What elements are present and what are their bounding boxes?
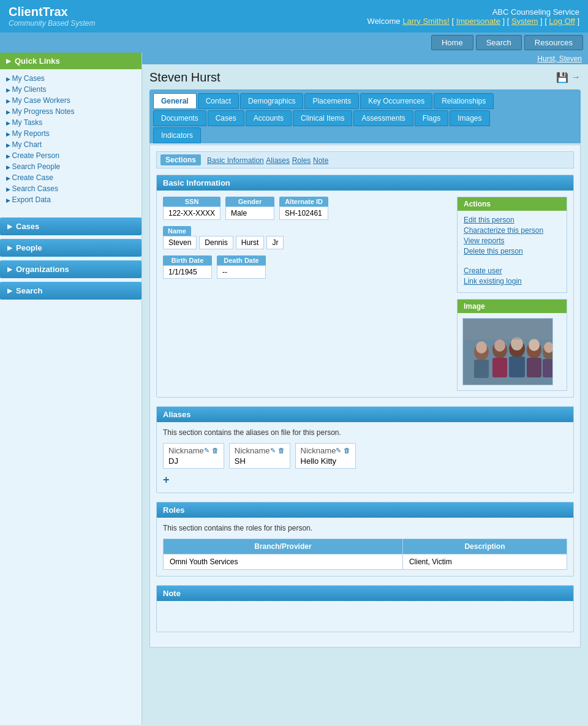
note-header: Note: [157, 586, 573, 601]
sidebar-nav-cases[interactable]: Cases: [0, 217, 141, 235]
quick-link-my-progress-notes[interactable]: My Progress Notes: [6, 106, 135, 117]
main-panel: Sections Basic Information Aliases Roles…: [149, 145, 581, 648]
logout-link[interactable]: Log Off: [549, 17, 575, 26]
svg-point-4: [476, 341, 487, 354]
tab-flags[interactable]: Flags: [415, 110, 448, 126]
alias-add-button[interactable]: +: [163, 474, 567, 486]
birth-date-value: 1/1/1945: [163, 265, 212, 279]
app-subtitle: Community Based System: [9, 19, 95, 28]
action-link-3[interactable]: Delete this person: [464, 247, 560, 255]
svg-rect-17: [463, 318, 552, 339]
birth-date-label: Birth Date: [163, 255, 212, 265]
alias-type-0: Nickname: [168, 446, 204, 455]
search-button[interactable]: Search: [476, 35, 522, 50]
actions-header: Actions: [458, 197, 567, 211]
tab-clinical-items[interactable]: Clinical Items: [293, 110, 352, 126]
tab-key-occurrences[interactable]: Key Occurrences: [360, 93, 432, 109]
breadcrumb-link[interactable]: Hurst, Steven: [537, 55, 582, 63]
quick-link-my-case-workers[interactable]: My Case Workers: [6, 95, 135, 106]
tab-cases[interactable]: Cases: [208, 110, 244, 126]
basic-info-right: Actions Edit this personCharacterize thi…: [457, 197, 567, 391]
tab-assessments[interactable]: Assessments: [353, 110, 413, 126]
image-box: Image: [457, 299, 567, 391]
roles-branch-0: Omni Youth Services: [164, 554, 403, 570]
svg-point-13: [529, 339, 540, 351]
sidebar: Quick Links My CasesMy ClientsMy Case Wo…: [0, 53, 142, 725]
sidebar-nav-search[interactable]: Search: [0, 282, 141, 300]
save-icon[interactable]: 💾: [556, 72, 568, 83]
name-fields: Steven Dennis Hurst Jr: [163, 236, 445, 249]
name-section-label: Name: [163, 226, 191, 236]
quick-link-create-case[interactable]: Create Case: [6, 172, 135, 183]
alternate-id-value: SH-102461: [279, 206, 328, 220]
quick-link-create-person[interactable]: Create Person: [6, 150, 135, 161]
action-link-4[interactable]: Create user: [464, 267, 560, 275]
aliases-content: This section contains the aliases on fil…: [157, 422, 573, 493]
suffix-value: Jr: [266, 236, 284, 249]
sections-bar: Sections Basic Information Aliases Roles…: [156, 151, 574, 168]
content-area: Hurst, Steven Steven Hurst 💾 → GeneralCo…: [142, 53, 588, 725]
client-name: Steven Hurst: [149, 70, 221, 85]
quick-link-my-clients[interactable]: My Clients: [6, 84, 135, 95]
sidebar-nav-people[interactable]: People: [0, 239, 141, 257]
ssn-value: 122-XX-XXXX: [163, 206, 221, 220]
section-link-note[interactable]: Note: [313, 156, 328, 165]
arrow-icon[interactable]: →: [571, 72, 581, 83]
tab-demographics[interactable]: Demographics: [240, 93, 303, 109]
quick-link-my-tasks[interactable]: My Tasks: [6, 117, 135, 128]
alias-delete-icon-2[interactable]: 🗑: [344, 447, 350, 455]
alias-edit-icon-0[interactable]: ✎: [204, 447, 209, 455]
home-button[interactable]: Home: [431, 35, 473, 50]
id-fields-row: SSN 122-XX-XXXX Gender Male Alternate ID…: [163, 197, 445, 220]
tab-indicators[interactable]: Indicators: [153, 127, 201, 143]
app-logo: ClientTrax Community Based System: [9, 5, 95, 28]
quick-link-my-cases[interactable]: My Cases: [6, 73, 135, 84]
tab-placements[interactable]: Placements: [304, 93, 359, 109]
actions-box: Actions Edit this personCharacterize thi…: [457, 197, 567, 293]
resources-button[interactable]: Resources: [524, 35, 583, 50]
header-right: ABC Counseling Service Welcome Larry Smi…: [368, 7, 579, 26]
tab-accounts[interactable]: Accounts: [246, 110, 292, 126]
roles-row-0: Omni Youth ServicesClient, Victim: [164, 554, 567, 570]
image-header: Image: [458, 300, 567, 313]
note-content: [157, 601, 573, 632]
svg-rect-12: [527, 358, 541, 377]
alias-value-0: DJ: [168, 456, 219, 466]
header-user-info: Welcome Larry Smiths! [ Impersonate ] [ …: [368, 17, 579, 26]
quick-link-search-people[interactable]: Search People: [6, 161, 135, 172]
tab-images[interactable]: Images: [450, 110, 489, 126]
breadcrumb: Hurst, Steven: [142, 53, 588, 64]
tab-documents[interactable]: Documents: [153, 110, 206, 126]
section-link-roles[interactable]: Roles: [292, 156, 311, 165]
gender-field-group: Gender Male: [225, 197, 274, 220]
user-name-link[interactable]: Larry Smiths!: [402, 17, 450, 26]
action-link-0[interactable]: Edit this person: [464, 216, 560, 224]
alias-edit-icon-1[interactable]: ✎: [270, 447, 276, 455]
quick-link-my-chart[interactable]: My Chart: [6, 139, 135, 150]
action-link-2[interactable]: View reports: [464, 236, 560, 245]
death-date-label: Death Date: [217, 255, 266, 265]
alias-delete-icon-1[interactable]: 🗑: [278, 447, 285, 455]
gender-value: Male: [225, 206, 274, 220]
impersonate-link[interactable]: Impersonate: [456, 17, 500, 26]
alias-edit-icon-2[interactable]: ✎: [336, 447, 341, 455]
tab-contact[interactable]: Contact: [198, 93, 239, 109]
sections-label: Sections: [160, 154, 201, 165]
action-link-5[interactable]: Link existing login: [464, 277, 560, 285]
tab-general[interactable]: General: [153, 93, 197, 109]
tab-relationships[interactable]: Relationships: [434, 93, 494, 109]
alias-delete-icon-0[interactable]: 🗑: [212, 447, 219, 455]
quick-links-list: My CasesMy ClientsMy Case WorkersMy Prog…: [0, 69, 141, 209]
alias-card-1: Nickname✎🗑SH: [229, 443, 290, 469]
quick-link-export-data[interactable]: Export Data: [6, 194, 135, 205]
section-link-basic-information[interactable]: Basic Information: [207, 156, 264, 165]
quick-link-my-reports[interactable]: My Reports: [6, 128, 135, 139]
basic-information-header: Basic Information: [157, 175, 573, 191]
sidebar-nav-organizations[interactable]: Organizations: [0, 260, 141, 278]
section-link-aliases[interactable]: Aliases: [266, 156, 290, 165]
date-fields-row: Birth Date 1/1/1945 Death Date --: [163, 255, 445, 279]
system-link[interactable]: System: [511, 17, 538, 26]
last-name-value: Hurst: [236, 236, 265, 249]
action-link-1[interactable]: Characterize this person: [464, 226, 560, 235]
quick-link-search-cases[interactable]: Search Cases: [6, 183, 135, 194]
